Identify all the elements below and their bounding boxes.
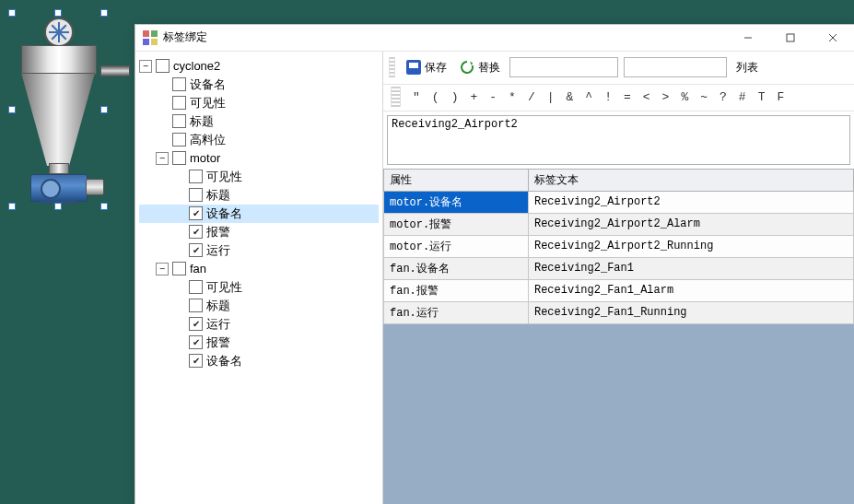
selection-handle[interactable] [100,106,108,113]
symbol-button[interactable]: * [507,90,518,104]
dialog-titlebar[interactable]: 标签绑定 [135,25,854,52]
cell-tagtext[interactable]: Receiving2_Fan1 [528,257,853,279]
maximize-button[interactable] [769,25,812,51]
cell-property[interactable]: motor.运行 [384,235,529,257]
tree-item[interactable]: 标题 [139,297,379,315]
symbol-button[interactable]: > [661,90,672,104]
symbol-button[interactable]: ! [602,90,614,104]
cell-property[interactable]: motor.报警 [384,213,529,235]
table-row[interactable]: motor.设备名Receiving2_Airport2 [384,191,854,213]
tree-checkbox[interactable] [172,114,186,128]
symbol-button[interactable]: ) [450,90,461,104]
cell-tagtext[interactable]: Receiving2_Fan1_Running [528,301,853,323]
expression-textarea[interactable]: Receiving2_Airport2 [387,115,850,165]
symbol-button[interactable]: T [756,90,767,104]
replace-button[interactable]: 替换 [456,58,504,77]
minimize-button[interactable] [727,25,769,51]
tree-item[interactable]: 设备名 [139,352,379,370]
symbol-button[interactable]: - [487,90,498,104]
selection-handle[interactable] [100,9,108,17]
cell-property[interactable]: motor.设备名 [384,191,529,213]
tree-checkbox[interactable] [189,243,203,257]
tree-item[interactable]: −motor [139,149,379,168]
tree-checkbox[interactable] [172,77,186,91]
symbol-button[interactable]: ( [430,90,441,104]
toolbar-grip[interactable] [389,57,395,77]
binding-table[interactable]: 属性 标签文本 motor.设备名Receiving2_Airport2moto… [383,169,854,324]
symbol-button[interactable]: | [545,90,556,104]
tree-checkbox[interactable] [189,299,203,312]
search-input-2[interactable] [624,57,727,77]
tree-checkbox[interactable] [189,225,203,239]
tree-item[interactable]: 高料位 [139,131,379,149]
selection-handle[interactable] [100,203,108,210]
tree-checkbox[interactable] [172,262,186,275]
tree-checkbox[interactable] [189,354,203,368]
tree-toggle[interactable]: − [156,152,169,165]
tree-checkbox[interactable] [172,151,186,165]
symbol-button[interactable]: # [737,90,748,104]
symbol-button[interactable]: ? [718,90,729,104]
tree-toggle[interactable]: − [139,60,152,73]
cell-tagtext[interactable]: Receiving2_Fan1_Alarm [528,279,853,301]
tree-item[interactable]: 设备名 [139,76,379,94]
tree-pane[interactable]: −cyclone2设备名可见性标题高料位−motor可见性标题设备名报警运行−f… [135,52,383,504]
symbol-button[interactable]: & [565,90,576,104]
symbol-button[interactable]: < [641,90,652,104]
cell-tagtext[interactable]: Receiving2_Airport2_Running [528,235,853,257]
tree-item[interactable]: 标题 [139,112,379,131]
tree-checkbox[interactable] [189,335,203,349]
cell-property[interactable]: fan.报警 [384,279,529,301]
cell-tagtext[interactable]: Receiving2_Airport2_Alarm [528,213,853,235]
symbol-button[interactable]: + [468,90,479,104]
tree-item[interactable]: 报警 [139,223,379,241]
cell-tagtext[interactable]: Receiving2_Airport2 [528,191,853,213]
table-header-property[interactable]: 属性 [384,169,529,191]
selection-handle[interactable] [54,9,62,17]
selection-handle[interactable] [8,9,16,17]
symbol-button[interactable]: = [622,90,633,104]
tree-item[interactable]: 可见性 [139,94,379,112]
tree-toggle[interactable]: − [156,263,169,275]
tree-item[interactable]: 运行 [139,241,379,260]
table-row[interactable]: fan.报警Receiving2_Fan1_Alarm [384,279,854,301]
table-row[interactable]: fan.运行Receiving2_Fan1_Running [384,301,854,323]
tree-item[interactable]: 运行 [139,315,379,334]
symbol-button[interactable]: ~ [698,90,709,104]
tree-item[interactable]: 报警 [139,334,379,352]
toolbar-grip[interactable] [391,87,401,107]
search-input-1[interactable] [509,57,618,77]
tree-item[interactable]: 可见性 [139,168,379,186]
symbol-button[interactable]: % [679,90,690,104]
save-button[interactable]: 保存 [403,58,450,77]
cell-property[interactable]: fan.设备名 [384,257,529,279]
selection-handle[interactable] [8,106,16,113]
table-row[interactable]: motor.运行Receiving2_Airport2_Running [384,235,854,257]
tree-item[interactable]: −cyclone2 [139,57,379,76]
symbol-button[interactable]: " [411,90,422,104]
tree-item[interactable]: 设备名 [139,205,379,223]
list-button[interactable]: 列表 [732,58,762,77]
tree-item[interactable]: 可见性 [139,278,379,297]
tree-item[interactable]: 标题 [139,186,379,205]
selection-handle[interactable] [8,203,16,210]
table-row[interactable]: fan.设备名Receiving2_Fan1 [384,257,854,279]
tree-checkbox[interactable] [156,59,170,73]
tree-checkbox[interactable] [189,280,203,294]
table-header-tagtext[interactable]: 标签文本 [528,169,853,191]
symbol-button[interactable]: / [526,90,537,104]
selection-handle[interactable] [54,203,62,210]
tree-checkbox[interactable] [189,170,203,183]
close-button[interactable] [812,25,854,51]
tree-checkbox[interactable] [189,206,203,220]
cyclone-graphic[interactable] [12,13,104,206]
table-row[interactable]: motor.报警Receiving2_Airport2_Alarm [384,213,854,235]
cell-property[interactable]: fan.运行 [384,301,529,323]
tree-item[interactable]: −fan [139,260,379,278]
tree-checkbox[interactable] [189,188,203,202]
symbol-button[interactable]: ^ [583,90,594,104]
symbol-button[interactable]: F [775,90,786,104]
tree-checkbox[interactable] [189,317,203,331]
tree-checkbox[interactable] [172,133,186,147]
tree-checkbox[interactable] [172,96,186,110]
